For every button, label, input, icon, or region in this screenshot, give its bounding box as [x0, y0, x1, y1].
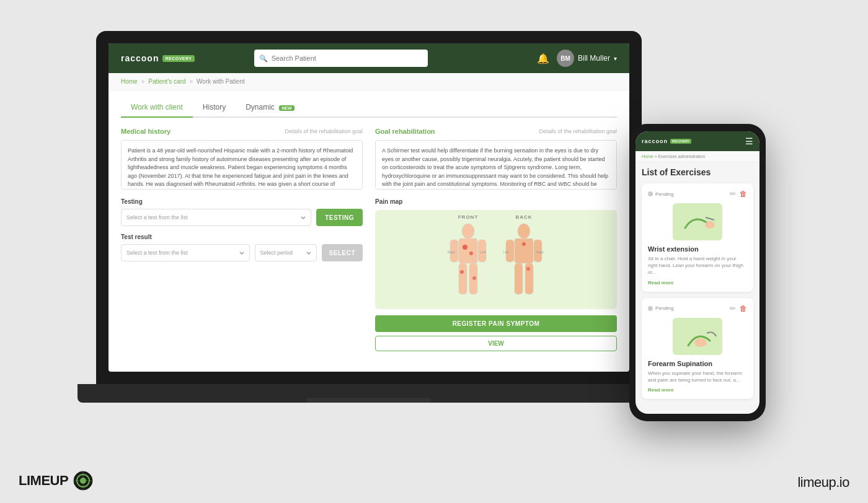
main-content: Work with client History Dynamic NEW — [108, 90, 629, 366]
medical-history-title: Medical history — [121, 128, 170, 135]
logo-text: raccoon — [121, 53, 159, 63]
avatar-area[interactable]: BM Bill Muller ▾ — [557, 50, 617, 67]
svg-point-23 — [705, 221, 715, 229]
phone-device: raccoon RECOVERY ☰ Home » Exercises admi… — [629, 124, 766, 421]
laptop-screen: raccoon RECOVERY 🔍 🔔 BM Bill Mul — [108, 43, 629, 372]
svg-rect-4 — [459, 263, 467, 294]
front-figure: FRONT — [446, 214, 490, 305]
goal-header: Goal rehabilitation Details of the rehab… — [375, 128, 617, 135]
brand-left-text: LIMEUP — [19, 473, 68, 489]
limeup-icon — [73, 471, 93, 491]
test-result-label: Test result — [121, 234, 363, 240]
svg-text:Left: Left — [503, 250, 509, 254]
select-button[interactable]: SELECT — [322, 244, 363, 261]
phone-logo-text: raccoon — [642, 138, 668, 144]
exercise-desc-2: When you supinate your hand, the forearm… — [648, 370, 747, 383]
pain-map-label: Pain map — [375, 198, 617, 205]
left-column: Medical history Details of the rehabilit… — [121, 128, 363, 351]
exercise-image-2 — [673, 318, 722, 355]
tab-dynamic[interactable]: Dynamic NEW — [236, 98, 304, 118]
read-more-2[interactable]: Read more — [648, 387, 747, 393]
svg-point-7 — [469, 252, 473, 255]
laptop-base — [78, 384, 660, 403]
footer-left: LIMEUP — [19, 471, 93, 491]
header-right: 🔔 BM Bill Muller ▾ — [537, 50, 617, 67]
svg-point-0 — [462, 224, 474, 238]
exercise-image-1 — [673, 203, 722, 240]
avatar: BM — [557, 50, 574, 67]
front-body-svg: Right Left — [446, 222, 490, 303]
laptop-device: raccoon RECOVERY 🔍 🔔 BM Bill Mul — [96, 31, 654, 452]
chevron-down-icon: ▾ — [614, 55, 617, 62]
card-header-2: Pending ✏ 🗑 — [648, 304, 747, 313]
phone-logo-badge: RECOVERY — [670, 139, 691, 144]
test-result-row: Select a test from the list Select perio… — [121, 244, 363, 261]
testing-section: Testing Select a test from the list TEST… — [121, 198, 363, 226]
search-bar[interactable]: 🔍 — [254, 50, 428, 67]
card-actions-1: ✏ 🗑 — [730, 190, 747, 198]
medical-history-text: Patient is a 48 year-old well-nourished … — [121, 140, 363, 190]
pending-badge-2: Pending — [648, 305, 673, 311]
phone-body: raccoon RECOVERY ☰ Home » Exercises admi… — [629, 124, 766, 421]
test-result-select[interactable]: Select a test from the list — [121, 244, 250, 261]
back-figure: BACK — [502, 214, 546, 305]
testing-button[interactable]: TESTING — [316, 209, 363, 226]
phone-logo-area: raccoon RECOVERY — [642, 138, 691, 144]
forearm-supination-illustration — [676, 321, 719, 352]
delete-icon-2[interactable]: 🗑 — [740, 304, 747, 313]
view-button[interactable]: VIEW — [375, 336, 617, 351]
tab-history[interactable]: History — [193, 98, 236, 118]
bell-icon[interactable]: 🔔 — [537, 53, 549, 64]
medical-history-detail: Details of the rehabilitation goal — [285, 128, 363, 134]
footer-right: limeup.io — [797, 475, 849, 491]
test-select[interactable]: Select a test from the list — [121, 209, 311, 226]
testing-row: Select a test from the list TESTING — [121, 209, 363, 226]
svg-point-19 — [526, 267, 530, 271]
read-more-1[interactable]: Read more — [648, 280, 747, 286]
phone-header: raccoon RECOVERY ☰ — [636, 131, 760, 151]
body-figures: FRONT — [446, 214, 546, 305]
pain-map: FRONT — [375, 210, 617, 309]
svg-rect-1 — [459, 238, 477, 263]
edit-icon-2[interactable]: ✏ — [730, 304, 736, 313]
svg-point-8 — [460, 270, 464, 274]
svg-point-9 — [472, 276, 476, 280]
pending-badge-1: Pending — [648, 191, 673, 197]
pending-dot-2 — [648, 306, 653, 311]
tabs: Work with client History Dynamic NEW — [121, 98, 617, 118]
phone-breadcrumb: Home » Exercises administration — [636, 151, 760, 162]
user-name: Bill Muller — [578, 54, 610, 63]
logo-area: raccoon RECOVERY — [121, 53, 195, 63]
right-column: Goal rehabilitation Details of the rehab… — [375, 128, 617, 351]
search-icon: 🔍 — [259, 55, 268, 63]
exercise-card-2: Pending ✏ 🗑 — [642, 298, 753, 399]
edit-icon-1[interactable]: ✏ — [730, 190, 736, 198]
wrist-extension-illustration — [676, 206, 719, 237]
exercise-desc-1: Sit in a chair. Hold a hand weight in yo… — [648, 255, 747, 276]
card-header-1: Pending ✏ 🗑 — [648, 190, 747, 198]
two-column-layout: Medical history Details of the rehabilit… — [121, 128, 617, 351]
laptop-body: raccoon RECOVERY 🔍 🔔 BM Bill Mul — [96, 31, 642, 384]
tab-work-with-client[interactable]: Work with client — [121, 98, 193, 118]
search-input[interactable] — [254, 50, 428, 67]
background: raccoon RECOVERY 🔍 🔔 BM Bill Mul — [0, 0, 868, 503]
back-body-svg: Left Right — [502, 222, 546, 303]
hamburger-icon[interactable]: ☰ — [745, 136, 753, 146]
breadcrumb: Home » Patient's card » Work with Patien… — [108, 73, 629, 90]
goal-detail: Details of the rehabilitation goal — [539, 128, 617, 134]
svg-text:Left: Left — [480, 250, 486, 254]
delete-icon-1[interactable]: 🗑 — [740, 190, 747, 198]
exercise-card-1: Pending ✏ 🗑 — [642, 183, 753, 292]
register-pain-button[interactable]: REGISTER PAIN SYMPTOM — [375, 315, 617, 332]
phone-page-title: List of Exercises — [642, 167, 753, 177]
phone-main: List of Exercises Pending ✏ 🗑 — [636, 162, 760, 411]
testing-label: Testing — [121, 198, 363, 205]
exercise-title-1: Wrist extension — [648, 245, 747, 253]
logo-badge: RECOVERY — [162, 55, 194, 62]
brand-right-text: limeup.io — [797, 475, 849, 490]
goal-text: A Schirmer test would help differentiate… — [375, 140, 617, 190]
period-select[interactable]: Select period — [255, 244, 317, 261]
card-actions-2: ✏ 🗑 — [730, 304, 747, 313]
svg-point-6 — [463, 245, 467, 250]
medical-history-header: Medical history Details of the rehabilit… — [121, 128, 363, 135]
